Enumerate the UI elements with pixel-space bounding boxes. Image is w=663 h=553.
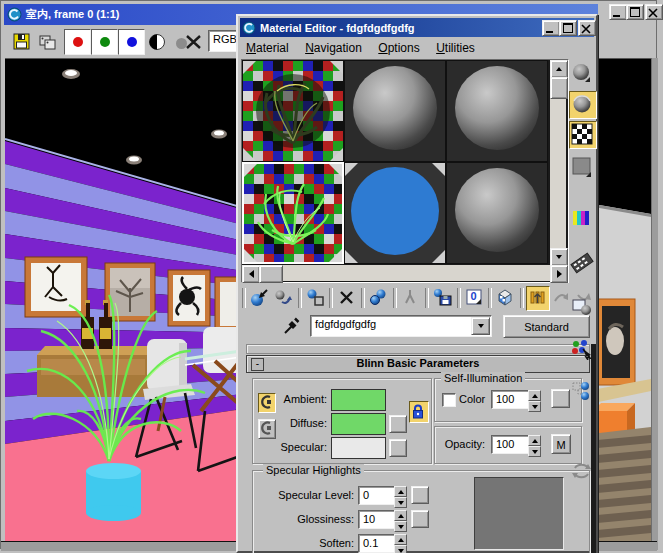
material-editor-titlebar[interactable]: Material Editor - fdgfdgdfgdfg — [240, 18, 594, 37]
opacity-value-field[interactable]: 100 — [491, 435, 529, 454]
glossiness-field[interactable]: 10 — [358, 510, 395, 529]
specular-level-field[interactable]: 0 — [358, 486, 395, 505]
video-color-check-button[interactable] — [569, 207, 597, 233]
monochrome-button[interactable] — [147, 32, 169, 54]
reset-map-button[interactable] — [335, 286, 359, 311]
max-logo-icon — [7, 7, 22, 22]
put-material-to-scene-button[interactable] — [272, 286, 296, 311]
sample-slot-2[interactable] — [344, 60, 446, 162]
sample-slot-4-active[interactable] — [242, 162, 344, 264]
get-material-button[interactable] — [248, 286, 272, 311]
blue-channel-icon — [127, 37, 137, 47]
save-icon — [12, 32, 32, 52]
app-close-button[interactable] — [645, 4, 663, 20]
scroll-right-button[interactable] — [550, 265, 568, 283]
app-minimize-button[interactable] — [609, 4, 627, 20]
specular-level-value: 0 — [359, 487, 394, 501]
specular-level-spin-up[interactable] — [394, 486, 407, 497]
self-illumination-value-field[interactable]: 100 — [491, 390, 529, 409]
reset-x-icon — [336, 287, 357, 308]
material-name-row: fdgfdgdfgdfg Standard — [240, 315, 596, 339]
opacity-group: Opacity: 100 M — [434, 426, 582, 464]
blinn-rollout-title: Blinn Basic Parameters — [247, 357, 589, 369]
self-illumination-checkbox[interactable] — [442, 393, 456, 407]
picture-creature — [168, 270, 210, 326]
horizontal-scroll-thumb[interactable] — [259, 265, 283, 283]
me-close-button[interactable] — [578, 20, 596, 36]
material-name-dropdown-arrow[interactable] — [471, 317, 490, 335]
show-map-in-viewport-button[interactable] — [494, 286, 518, 311]
scroll-down-button[interactable] — [550, 248, 568, 266]
soften-field[interactable]: 0.1 — [358, 534, 395, 553]
menu-utilities[interactable]: Utilities — [430, 39, 481, 58]
specular-map-button[interactable] — [389, 439, 407, 457]
blue-channel-button[interactable] — [118, 29, 145, 55]
material-editor-side-toolbar — [568, 59, 598, 553]
ambient-color-swatch[interactable] — [331, 389, 386, 411]
ambient-label: Ambient: — [267, 393, 327, 405]
sample-slot-1[interactable] — [242, 60, 344, 162]
sample-type-button[interactable] — [569, 61, 597, 87]
clear-button[interactable] — [182, 30, 208, 56]
specular-color-swatch[interactable] — [331, 437, 386, 459]
material-name-dropdown[interactable]: fdgfdgdfgdfg — [310, 315, 492, 337]
pick-material-from-object-button[interactable] — [280, 315, 304, 339]
put-to-library-button[interactable] — [431, 286, 455, 311]
opacity-spin-up[interactable] — [528, 435, 541, 446]
vertical-scroll-thumb[interactable] — [550, 77, 568, 99]
material-id-channel-button[interactable]: 0 — [463, 286, 487, 311]
lock-color-button[interactable] — [409, 401, 429, 423]
assign-material-icon — [305, 287, 326, 308]
make-unique-button[interactable] — [399, 286, 423, 311]
sample-uv-tiling-button[interactable] — [569, 155, 597, 181]
make-material-copy-button[interactable] — [367, 286, 391, 311]
slots-vertical-scrollbar[interactable] — [550, 60, 566, 264]
self-illumination-spin-down[interactable] — [528, 401, 541, 412]
diffuse-label: Diffuse: — [267, 417, 327, 429]
glossiness-spin-up[interactable] — [394, 510, 407, 521]
glossiness-map-button[interactable] — [411, 510, 429, 528]
backlight-icon — [570, 92, 594, 116]
menu-navigation[interactable]: Navigation — [299, 39, 368, 58]
film-strip-icon — [570, 252, 594, 274]
soften-spin-up[interactable] — [394, 534, 407, 545]
specular-level-map-button[interactable] — [411, 486, 429, 504]
red-channel-button[interactable] — [64, 29, 91, 55]
video-color-check-icon — [570, 208, 594, 230]
self-illumination-spin-up[interactable] — [528, 390, 541, 401]
make-preview-button[interactable] — [569, 251, 597, 277]
self-illumination-group: Self-Illumination Color 100 — [434, 378, 582, 422]
sample-slot-5[interactable] — [344, 162, 446, 264]
me-minimize-button[interactable] — [542, 20, 560, 36]
material-editor-toolbar: 0 — [240, 285, 596, 311]
clone-window-button[interactable] — [37, 31, 61, 55]
sample-slot-3[interactable] — [446, 60, 548, 162]
options-button[interactable] — [569, 295, 597, 321]
background-checker-icon — [570, 122, 594, 146]
assign-material-to-selection-button[interactable] — [304, 286, 328, 311]
material-map-navigator-button[interactable] — [569, 379, 597, 405]
me-maximize-button[interactable] — [559, 20, 577, 36]
specular-level-spin-down[interactable] — [394, 497, 407, 508]
scroll-left-button[interactable] — [242, 265, 260, 283]
menu-material[interactable]: Material — [240, 39, 295, 58]
diffuse-color-swatch[interactable] — [331, 413, 386, 435]
side-toolbar-extra-button[interactable] — [569, 459, 597, 485]
save-bitmap-button[interactable] — [11, 31, 35, 55]
opacity-spin-down[interactable] — [528, 446, 541, 457]
app-maximize-button[interactable] — [626, 4, 644, 20]
sample-slot-6[interactable] — [446, 162, 548, 264]
backlight-button[interactable] — [569, 91, 597, 119]
glossiness-spin-down[interactable] — [394, 521, 407, 532]
blinn-rollout-header[interactable]: - Blinn Basic Parameters — [246, 355, 590, 373]
menu-options[interactable]: Options — [372, 39, 425, 58]
soften-spin-down[interactable] — [394, 545, 407, 553]
select-by-material-button[interactable] — [569, 337, 597, 363]
scroll-up-button[interactable] — [550, 60, 568, 78]
diffuse-map-button[interactable] — [389, 415, 407, 433]
green-channel-button[interactable] — [91, 29, 118, 55]
background-button[interactable] — [569, 121, 597, 149]
clear-x-icon — [183, 31, 205, 53]
slots-horizontal-scrollbar[interactable] — [242, 265, 566, 281]
show-end-result-button[interactable] — [526, 286, 550, 311]
